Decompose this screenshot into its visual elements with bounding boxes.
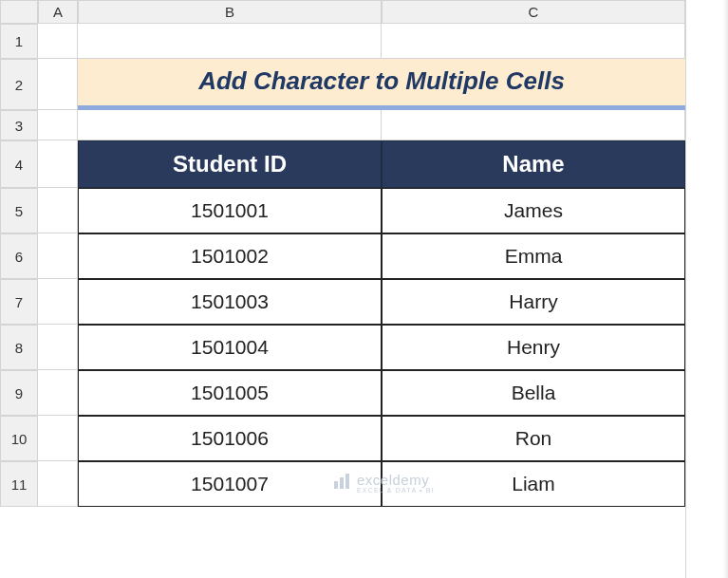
row-header-6[interactable]: 6 [0, 233, 38, 279]
cell-B3[interactable] [78, 110, 382, 140]
row-header-4[interactable]: 4 [0, 140, 38, 188]
table-row[interactable]: 1501006 [78, 416, 382, 461]
table-header-name[interactable]: Name [382, 140, 685, 188]
table-row[interactable]: 1501001 [78, 188, 382, 233]
select-all-corner[interactable] [0, 0, 38, 24]
table-row[interactable]: Harry [382, 279, 685, 325]
cell-A10[interactable] [38, 416, 78, 461]
cell-B1[interactable] [78, 24, 382, 59]
col-header-A[interactable]: A [38, 0, 78, 24]
table-row[interactable]: Henry [382, 325, 685, 370]
row-header-11[interactable]: 11 [0, 461, 38, 507]
worksheet-grid: A B C 1 2 Add Character to Multiple Cell… [0, 0, 685, 507]
table-row[interactable]: 1501005 [78, 370, 382, 416]
table-row[interactable]: 1501007 [78, 461, 382, 507]
title-cell[interactable]: Add Character to Multiple Cells [78, 59, 685, 110]
row-header-3[interactable]: 3 [0, 110, 38, 140]
cell-A4[interactable] [38, 140, 78, 188]
cell-A1[interactable] [38, 24, 78, 59]
cell-A2[interactable] [38, 59, 78, 110]
table-row[interactable]: 1501004 [78, 325, 382, 370]
cell-C1[interactable] [382, 24, 685, 59]
table-row[interactable]: 1501003 [78, 279, 382, 325]
col-header-C[interactable]: C [382, 0, 685, 24]
right-gutter [685, 0, 728, 578]
table-header-id[interactable]: Student ID [78, 140, 382, 188]
cell-A9[interactable] [38, 370, 78, 416]
cell-A8[interactable] [38, 325, 78, 370]
table-row[interactable]: Emma [382, 233, 685, 279]
cell-A3[interactable] [38, 110, 78, 140]
row-header-2[interactable]: 2 [0, 59, 38, 110]
cell-A6[interactable] [38, 233, 78, 279]
row-header-10[interactable]: 10 [0, 416, 38, 461]
table-row[interactable]: Liam [382, 461, 685, 507]
cell-A5[interactable] [38, 188, 78, 233]
row-header-9[interactable]: 9 [0, 370, 38, 416]
table-row[interactable]: Bella [382, 370, 685, 416]
page-title: Add Character to Multiple Cells [78, 59, 685, 110]
row-header-1[interactable]: 1 [0, 24, 38, 59]
row-header-8[interactable]: 8 [0, 325, 38, 370]
cell-C3[interactable] [382, 110, 685, 140]
col-header-B[interactable]: B [78, 0, 382, 24]
row-header-7[interactable]: 7 [0, 279, 38, 325]
table-row[interactable]: 1501002 [78, 233, 382, 279]
cell-A11[interactable] [38, 461, 78, 507]
cell-A7[interactable] [38, 279, 78, 325]
row-header-5[interactable]: 5 [0, 188, 38, 233]
table-row[interactable]: Ron [382, 416, 685, 461]
table-row[interactable]: James [382, 188, 685, 233]
